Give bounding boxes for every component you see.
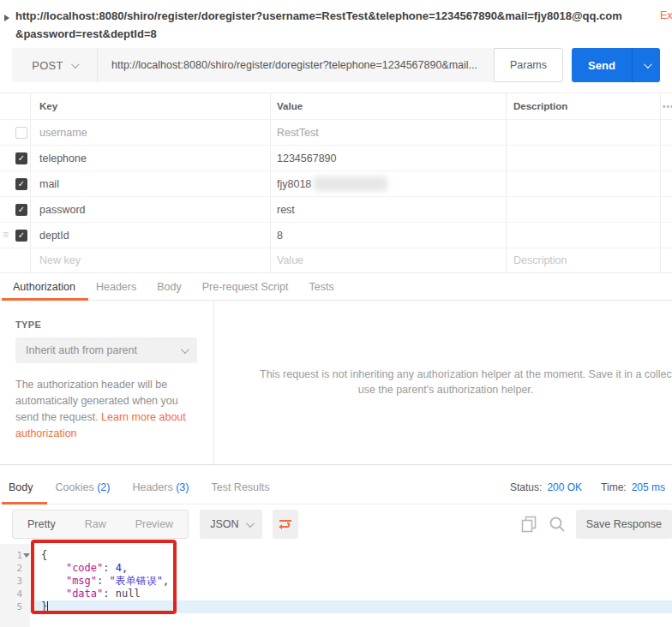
row-checkbox[interactable]	[15, 127, 27, 139]
send-options-button[interactable]	[632, 48, 660, 82]
chevron-down-icon	[181, 345, 189, 354]
param-value[interactable]: RestTest	[270, 120, 506, 145]
response-tab-cookies[interactable]: Cookies (2)	[56, 481, 111, 493]
copy-button[interactable]	[519, 515, 538, 534]
wrap-text-icon	[278, 517, 293, 531]
param-key[interactable]: username	[30, 120, 270, 145]
method-url-group: POST http://localhost:8080/shiro/registe…	[12, 48, 494, 82]
row-checkbox[interactable]: ✓	[15, 178, 27, 190]
param-value[interactable]: rest	[270, 197, 506, 222]
view-preview-button[interactable]: Preview	[121, 511, 188, 538]
response-tab-bar: Body Cookies (2) Headers (3) Test Result…	[0, 465, 672, 505]
param-description[interactable]	[506, 223, 660, 248]
param-key[interactable]: mail	[30, 171, 270, 196]
auth-help-text: The authorization header will be automat…	[15, 377, 201, 442]
time-value: 205 ms	[632, 481, 665, 493]
param-value[interactable]: 8	[270, 223, 506, 248]
method-dropdown[interactable]: POST	[12, 48, 98, 82]
param-value[interactable]: fjy8018	[270, 171, 506, 196]
view-raw-button[interactable]: Raw	[70, 511, 121, 538]
line-number: 3	[0, 575, 30, 588]
param-description[interactable]	[506, 197, 660, 222]
tab-authorization[interactable]: Authorization	[13, 281, 75, 293]
param-value[interactable]: 1234567890	[270, 146, 506, 170]
code-line: {	[30, 549, 672, 562]
column-header-description: Description	[506, 93, 660, 119]
tab-body[interactable]: Body	[157, 281, 182, 293]
table-options-icon[interactable]: •••	[663, 102, 672, 111]
code-line-active: }	[30, 600, 672, 613]
redacted-value-blur	[314, 176, 387, 191]
new-value-input[interactable]: Value	[270, 248, 506, 272]
auth-type-value: Inherit auth from parent	[26, 344, 181, 356]
search-button[interactable]	[548, 515, 567, 534]
auth-type-dropdown[interactable]: Inherit auth from parent	[15, 337, 197, 363]
text-cursor	[47, 601, 48, 612]
param-description[interactable]	[506, 171, 660, 196]
send-split-button: Send	[572, 48, 660, 82]
line-number: 5	[0, 600, 30, 613]
params-header-row: Key Value Description •••	[0, 93, 672, 119]
tab-headers[interactable]: Headers	[96, 281, 136, 293]
column-header-value: Value	[270, 93, 506, 119]
param-description[interactable]	[506, 120, 660, 145]
postman-request-window: http://localhost:8080/shiro/register/dor…	[0, 0, 672, 627]
row-checkbox[interactable]: ✓	[15, 152, 27, 164]
response-tab-body[interactable]: Body	[9, 481, 33, 493]
authorization-panel: TYPE Inherit auth from parent The author…	[0, 301, 672, 465]
table-row: ✓ mail fjy8018	[0, 170, 672, 196]
response-meta: Status: 200 OK Time: 205 ms	[510, 481, 667, 493]
code-line: "code": 4,	[30, 562, 672, 575]
new-description-input[interactable]: Description	[506, 248, 660, 272]
code-line: "msg": "表单错误",	[30, 575, 672, 588]
examples-button[interactable]: Examples	[660, 9, 672, 21]
chevron-down-icon	[246, 519, 255, 528]
param-key[interactable]: password	[30, 197, 270, 222]
active-tab-indicator	[2, 298, 88, 301]
code-lines[interactable]: { "code": 4, "msg": "表单错误", "data": null…	[30, 544, 672, 613]
inherit-note-line2: use the parent's authorization helper.	[358, 384, 534, 396]
new-param-row: New key Value Description	[0, 248, 672, 272]
inherit-note-line1: This request is not inheriting any autho…	[260, 368, 672, 380]
chevron-down-icon	[71, 60, 80, 69]
row-checkbox[interactable]: ✓	[15, 230, 27, 242]
url-input[interactable]: http://localhost:8080/shiro/register/dor…	[98, 48, 494, 82]
request-url-line1: http://localhost:8080/shiro/register/dor…	[15, 7, 672, 25]
request-url-line2: &password=rest&deptId=8	[15, 25, 672, 43]
table-row: ≡ ✓ deptId 8	[0, 222, 672, 248]
wrap-text-button[interactable]	[273, 510, 298, 539]
line-number-gutter: 1 2 3 4 5	[0, 544, 30, 627]
cookies-count: (2)	[97, 481, 110, 493]
view-mode-group: Pretty Raw Preview	[12, 510, 189, 539]
drag-handle-icon[interactable]: ≡	[3, 230, 9, 240]
save-response-button[interactable]: Save Response	[576, 510, 672, 539]
row-checkbox[interactable]: ✓	[15, 204, 27, 216]
request-title-bar: http://localhost:8080/shiro/register/dor…	[0, 0, 672, 43]
method-label: POST	[32, 59, 63, 72]
toolbar-right: Save Response	[519, 510, 672, 539]
response-tab-headers[interactable]: Headers (3)	[132, 481, 189, 493]
param-key[interactable]: telephone	[30, 146, 270, 170]
collapse-caret-icon[interactable]	[4, 15, 9, 21]
status-value: 200 OK	[547, 481, 582, 493]
new-key-input[interactable]: New key	[30, 248, 270, 272]
language-dropdown[interactable]: JSON	[200, 510, 262, 539]
send-button[interactable]: Send	[572, 48, 632, 82]
params-button[interactable]: Params	[494, 48, 563, 82]
response-toolbar: Pretty Raw Preview JSON	[0, 505, 672, 544]
auth-type-column: TYPE Inherit auth from parent The author…	[0, 301, 214, 464]
request-tab-bar: Authorization Headers Body Pre-request S…	[0, 273, 672, 301]
copy-icon	[521, 516, 537, 533]
view-pretty-button[interactable]: Pretty	[13, 511, 70, 538]
auth-note-panel: This request is not inheriting any autho…	[214, 301, 672, 464]
param-key[interactable]: deptId	[30, 223, 270, 248]
tab-prerequest-script[interactable]: Pre-request Script	[202, 281, 289, 293]
fold-toggle-icon[interactable]	[23, 553, 30, 558]
table-row: username RestTest	[0, 119, 672, 145]
tab-tests[interactable]: Tests	[309, 281, 333, 293]
table-row: ✓ telephone 1234567890	[0, 145, 672, 170]
response-tab-test-results[interactable]: Test Results	[211, 481, 269, 493]
header-menu-cell: •••	[660, 93, 672, 119]
response-body-viewer: 1 2 3 4 5 { "code": 4, "msg": "表单错误", "d…	[0, 544, 672, 627]
param-description[interactable]	[506, 146, 660, 170]
